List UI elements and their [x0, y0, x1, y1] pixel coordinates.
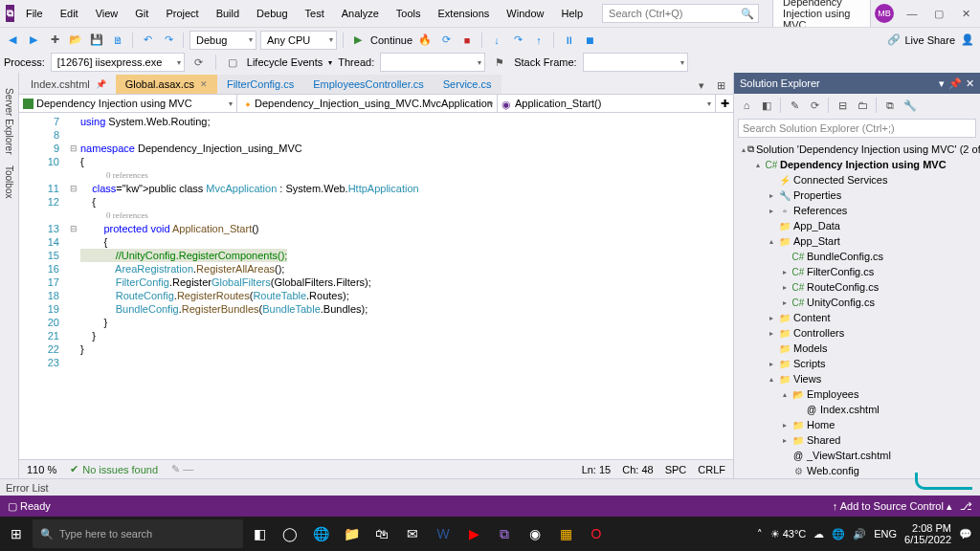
- forward-icon[interactable]: ▶: [25, 32, 42, 49]
- error-list-tab[interactable]: Error List: [0, 478, 980, 496]
- app-ssms-icon[interactable]: ▦: [551, 519, 580, 548]
- code-editor[interactable]: 7891011121314151617181920212223 ⊟⊟⊟ usin…: [19, 113, 733, 459]
- tree-UnityConfig-cs[interactable]: ▸C#UnityConfig.cs: [734, 295, 980, 310]
- step-into-icon[interactable]: ↓: [488, 32, 505, 49]
- home-icon[interactable]: ⌂: [738, 97, 755, 114]
- tray-expand-icon[interactable]: ˄: [757, 528, 763, 540]
- clock-time[interactable]: 2:08 PM: [904, 522, 951, 534]
- menu-extensions[interactable]: Extensions: [431, 4, 498, 23]
- minimize-button[interactable]: —: [903, 5, 921, 22]
- step-out-icon[interactable]: ↑: [530, 32, 547, 49]
- pin-icon[interactable]: ▾: [939, 77, 945, 90]
- server-explorer-tab[interactable]: Server Explorer: [4, 82, 14, 160]
- start-button[interactable]: ⊞: [2, 519, 31, 548]
- thread-combo[interactable]: [380, 53, 485, 72]
- sync-icon[interactable]: ⟳: [806, 97, 823, 114]
- stack-combo[interactable]: [583, 53, 688, 72]
- new-project-icon[interactable]: ✚: [46, 32, 63, 49]
- app-store-icon[interactable]: 🛍: [368, 519, 396, 548]
- restart-icon[interactable]: ⟳: [437, 32, 455, 49]
- tab-overflow-icon[interactable]: ▾: [693, 77, 710, 94]
- quick-search[interactable]: 🔍: [602, 4, 759, 23]
- hot-reload-icon[interactable]: 🔥: [416, 32, 434, 49]
- zoom-level[interactable]: 110 %: [27, 464, 56, 475]
- menu-help[interactable]: Help: [553, 4, 590, 23]
- stop-icon[interactable]: ■: [458, 32, 476, 49]
- tree-BundleConfig-cs[interactable]: C#BundleConfig.cs: [734, 249, 980, 264]
- show-all-icon[interactable]: 🗀: [854, 97, 871, 114]
- nav-member[interactable]: ◉Application_Start(): [498, 95, 716, 112]
- panel-close-icon[interactable]: ✕: [966, 77, 974, 90]
- tab-EmployeesController-cs[interactable]: EmployeesController.cs: [303, 75, 434, 94]
- undo-icon[interactable]: ↶: [139, 32, 156, 49]
- live-share-button[interactable]: Live Share: [904, 34, 955, 46]
- app-vs-icon[interactable]: ⧉: [490, 519, 519, 548]
- collapse-icon[interactable]: ⊟: [834, 97, 851, 114]
- menu-build[interactable]: Build: [209, 4, 247, 23]
- taskbar-search[interactable]: 🔍Type here to search: [33, 519, 243, 548]
- tree-Connected-Services[interactable]: ⚡Connected Services: [734, 172, 980, 187]
- cortana-icon[interactable]: ◯: [276, 519, 304, 548]
- tree-Controllers[interactable]: ▸📁Controllers: [734, 325, 980, 341]
- tree-References[interactable]: ▸▫References: [734, 203, 980, 218]
- close-button[interactable]: ✕: [957, 5, 974, 22]
- lifecycle-icon[interactable]: ▢: [224, 54, 241, 71]
- app-youtube-icon[interactable]: ▶: [459, 519, 488, 548]
- menu-view[interactable]: View: [88, 4, 126, 23]
- threads-icon[interactable]: ⚑: [491, 54, 508, 71]
- tree-Web-config[interactable]: ⚙Web.config: [734, 463, 980, 478]
- menu-project[interactable]: Project: [158, 4, 206, 23]
- tree-RouteConfig-cs[interactable]: ▸C#RouteConfig.cs: [734, 279, 980, 295]
- app-mail-icon[interactable]: ✉: [398, 519, 427, 548]
- onedrive-icon[interactable]: ☁: [813, 528, 824, 540]
- save-all-icon[interactable]: 🗎: [109, 32, 126, 49]
- tree-Home[interactable]: ▸📁Home: [734, 417, 980, 432]
- app-word-icon[interactable]: W: [429, 519, 457, 548]
- pending-icon[interactable]: ✎: [786, 97, 803, 114]
- menu-window[interactable]: Window: [499, 4, 551, 23]
- tree-Index-cshtml[interactable]: @Index.cshtml: [734, 402, 980, 417]
- tree-Properties[interactable]: ▸🔧Properties: [734, 187, 980, 203]
- app-edge-icon[interactable]: 🌐: [306, 519, 335, 548]
- weather[interactable]: ☀ 43°C: [770, 528, 807, 540]
- tree-Shared[interactable]: ▸📁Shared: [734, 432, 980, 448]
- tree-App-Data[interactable]: 📁App_Data: [734, 218, 980, 233]
- pin-icon[interactable]: 📌: [96, 79, 106, 89]
- tree-Scripts[interactable]: ▸📁Scripts: [734, 356, 980, 371]
- continue-icon[interactable]: ▶: [349, 32, 367, 49]
- tree-FilterConfig-cs[interactable]: ▸C#FilterConfig.cs: [734, 264, 980, 279]
- tree-Content[interactable]: ▸📁Content: [734, 310, 980, 325]
- menu-tools[interactable]: Tools: [389, 4, 429, 23]
- open-icon[interactable]: 📂: [67, 32, 84, 49]
- tree-App-Start[interactable]: ▴📁App_Start: [734, 233, 980, 249]
- task-view-icon[interactable]: ◧: [245, 519, 274, 548]
- feedback-icon[interactable]: 👤: [959, 32, 976, 49]
- config-combo[interactable]: Debug: [189, 31, 256, 50]
- add-source-control[interactable]: ↑ Add to Source Control ▴: [833, 500, 952, 513]
- tree--ViewStart-cshtml[interactable]: @_ViewStart.cshtml: [734, 448, 980, 463]
- search-input[interactable]: [609, 8, 741, 19]
- cycle-icon[interactable]: ⟳: [190, 54, 208, 71]
- switch-view-icon[interactable]: ◧: [758, 97, 775, 114]
- tree-Views[interactable]: ▴📁Views: [734, 371, 980, 386]
- network-icon[interactable]: 🌐: [832, 528, 845, 540]
- solution-root[interactable]: ▴⧉Solution 'Dependency Injection using M…: [734, 142, 980, 157]
- redo-icon[interactable]: ↷: [160, 32, 177, 49]
- split-icon[interactable]: ✚: [716, 95, 733, 112]
- notifications-icon[interactable]: 💬: [959, 528, 972, 540]
- menu-analyze[interactable]: Analyze: [334, 4, 387, 23]
- tab-expand-icon[interactable]: ⊞: [712, 77, 729, 94]
- autohide-icon[interactable]: 📌: [948, 77, 962, 90]
- tab-Service-cs[interactable]: Service.cs: [434, 75, 501, 94]
- restore-button[interactable]: ▢: [930, 5, 947, 22]
- process-combo[interactable]: [12676] iisexpress.exe: [51, 53, 185, 72]
- menu-test[interactable]: Test: [298, 4, 332, 23]
- tree-Employees[interactable]: ▴📂Employees: [734, 386, 980, 402]
- indent-mode[interactable]: SPC: [665, 464, 687, 475]
- nav-class[interactable]: 🔸Dependency_Injection_using_MVC.MvcAppli…: [237, 95, 498, 112]
- back-icon[interactable]: ◀: [4, 32, 21, 49]
- live-share-icon[interactable]: 🔗: [887, 33, 901, 46]
- language-icon[interactable]: ENG: [874, 528, 897, 540]
- menu-debug[interactable]: Debug: [249, 4, 295, 23]
- save-icon[interactable]: 💾: [88, 32, 105, 49]
